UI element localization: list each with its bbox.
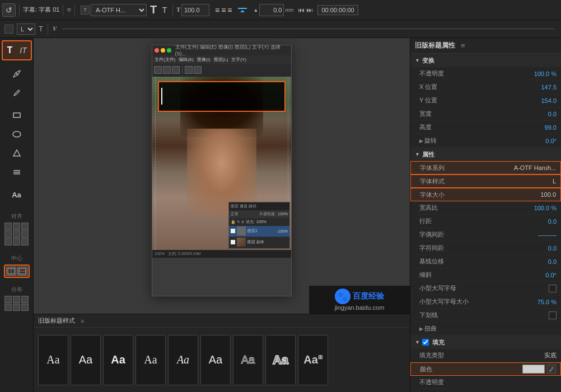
pen-tool[interactable] <box>4 65 29 83</box>
text-style-7[interactable]: Aa <box>233 335 263 385</box>
dist-3[interactable] <box>21 296 29 303</box>
layer-vis-1[interactable] <box>231 229 235 233</box>
dist-6[interactable] <box>21 304 29 311</box>
layer-vis-2[interactable] <box>231 240 235 244</box>
distort-indent: ▶ <box>419 326 423 332</box>
underline-label: 下划线 <box>419 311 549 319</box>
align-tc[interactable] <box>13 223 20 230</box>
ps-tool-2[interactable] <box>163 66 171 74</box>
t-large-icon: T <box>148 4 159 16</box>
ps-layer-row-1[interactable]: 图层1 100% <box>229 226 289 237</box>
right-panel-title: 旧版标题属性 <box>415 41 455 50</box>
align-bl[interactable] <box>4 238 12 245</box>
align-tl[interactable] <box>4 223 12 230</box>
prop-color: 颜色 <box>410 362 561 376</box>
underline-checkbox[interactable] <box>549 311 557 319</box>
align-label: 对齐 <box>4 212 29 220</box>
dist-5[interactable] <box>13 304 20 311</box>
grid-icon <box>4 25 13 34</box>
ps-text-box[interactable] <box>158 81 286 112</box>
text-style-1[interactable]: Aa <box>38 335 68 385</box>
menu-image[interactable]: 图像(I) <box>197 56 211 63</box>
menu-edit[interactable]: 编辑(E) <box>179 56 194 63</box>
prop-font-size[interactable]: 字体大小 100.0 <box>410 188 561 201</box>
prop-font-family[interactable]: 字体系列 A-OTF Haruh... <box>410 161 561 174</box>
title-tool-IT[interactable]: IT <box>17 42 30 58</box>
ps-maximize-dot[interactable] <box>167 48 171 53</box>
distort-label: 扭曲 <box>424 324 557 333</box>
font-family-select[interactable]: A-OTF H... <box>91 4 147 16</box>
width-label: 宽度 <box>419 110 512 118</box>
align-center-icon[interactable]: ≡ <box>221 6 226 15</box>
triangle-tool[interactable] <box>4 144 29 162</box>
center-v-icon[interactable] <box>17 267 27 276</box>
fill-section-header[interactable]: ▼ 填充 <box>410 336 561 349</box>
next-frame-icon[interactable]: ⏭ <box>306 6 313 14</box>
font-size-input[interactable] <box>181 4 209 16</box>
ps-tool-4[interactable] <box>185 66 193 74</box>
align-ml[interactable] <box>4 230 12 238</box>
text-style-2[interactable]: Aa <box>71 335 101 385</box>
layer-name-1: 图层1 <box>247 228 258 234</box>
ellipse-tool[interactable] <box>4 125 29 143</box>
align-right-icon[interactable]: ≡ <box>227 6 232 15</box>
dist-4[interactable] <box>4 304 12 311</box>
text-style-9[interactable]: Aa⊞ <box>298 335 328 385</box>
ps-tool-5[interactable] <box>194 66 202 74</box>
align-br[interactable] <box>21 238 29 245</box>
align-mr[interactable] <box>21 230 29 238</box>
ps-tool-3[interactable] <box>172 66 180 74</box>
prev-frame-icon[interactable]: ⏮ <box>298 6 305 14</box>
layers-label: 图层 通道 路径 <box>231 204 256 209</box>
rect-tool[interactable] <box>4 106 29 124</box>
text-style-5[interactable]: Aa <box>168 335 198 385</box>
align-tr[interactable] <box>21 223 29 230</box>
font-family-label: 字体系列 <box>420 164 511 172</box>
eyedropper-btn[interactable] <box>547 365 556 374</box>
prop-font-style[interactable]: 字体样式 L <box>410 174 561 188</box>
svg-rect-3 <box>13 113 20 117</box>
properties-title: 属性 <box>422 150 434 159</box>
lock-label: 🔒 ✎ ⊕ 填充: <box>231 219 255 225</box>
ps-close-dot[interactable] <box>155 48 159 53</box>
text-style-6[interactable]: Aa <box>200 335 231 385</box>
text-style-4[interactable]: Aa <box>135 335 166 385</box>
menu-file[interactable]: 文件(文件) <box>155 56 175 63</box>
text-style-3[interactable]: Aa <box>103 335 133 385</box>
small-caps-checkbox[interactable] <box>549 285 557 292</box>
text-style-aa[interactable]: Aa <box>4 186 29 204</box>
right-panel-menu-icon[interactable]: ≡ <box>461 41 465 50</box>
aspect-value: 100.0 % <box>512 205 557 211</box>
title-tool-T[interactable]: T <box>4 42 16 58</box>
style-select[interactable]: L <box>17 23 35 35</box>
dist-2[interactable] <box>13 296 20 303</box>
ps-tool-1[interactable] <box>154 66 162 74</box>
tab-stop-icon <box>237 3 248 16</box>
line-tool[interactable] <box>4 163 29 181</box>
properties-section-header[interactable]: ▼ 属性 <box>410 148 561 161</box>
menu-layer[interactable]: 图层(L) <box>214 56 228 63</box>
center-h-icon[interactable] <box>6 267 16 276</box>
ps-layer-row-2[interactable]: 图层 副本 <box>229 237 289 248</box>
prop-width: 宽度 0.0 <box>410 107 561 121</box>
align-left-icon[interactable]: ≡ <box>215 6 219 15</box>
transform-section-header[interactable]: ▼ 变换 <box>410 54 561 67</box>
transform-title: 变换 <box>422 56 434 65</box>
timecode-display: 00:00:00:00 <box>317 5 358 15</box>
dist-1[interactable] <box>4 296 12 303</box>
text-style-8[interactable]: Aa <box>265 335 296 385</box>
ps-minimize-dot[interactable] <box>161 48 165 53</box>
layer-name-2: 图层 副本 <box>247 239 264 245</box>
menu-text[interactable]: 文字(Y) <box>231 56 246 63</box>
align-bc[interactable] <box>13 238 20 245</box>
fill-checkbox[interactable] <box>422 339 429 346</box>
aspect-label: 宽高比 <box>419 204 512 212</box>
kerning-value: ——— <box>512 232 557 238</box>
pencil-tool[interactable] <box>4 84 29 102</box>
color-swatch[interactable] <box>522 365 545 374</box>
opacity-label: 不透明度 <box>419 69 512 78</box>
bottom-panel-menu-icon[interactable]: ≡ <box>81 318 84 324</box>
align-mc[interactable] <box>13 230 20 238</box>
undo-button[interactable]: ↺ <box>2 3 16 17</box>
bottom-panel-title: 旧版标题样式 <box>38 317 75 325</box>
